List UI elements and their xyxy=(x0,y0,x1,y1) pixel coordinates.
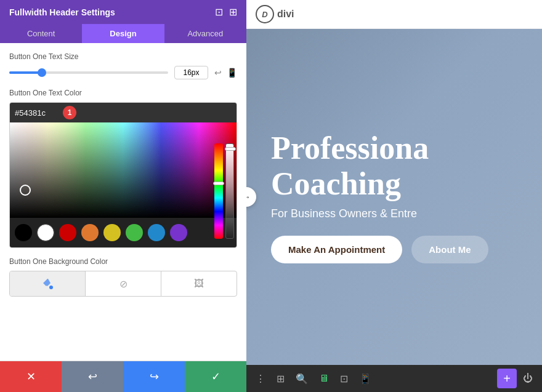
preview-bottom-icons: ⋮ ⊞ 🔍 🖥 ⊡ 📱 xyxy=(256,373,371,385)
preview-panel: D divi ↔ Professiona Coaching For Busine… xyxy=(246,0,542,392)
gradient-icon: ⊘ xyxy=(119,278,127,290)
bg-option-solid[interactable] xyxy=(10,271,86,296)
swatch-blue[interactable] xyxy=(148,224,165,241)
power-button[interactable]: ⏻ xyxy=(523,373,533,384)
tab-design[interactable]: Design xyxy=(82,24,164,43)
preview-header: D divi xyxy=(246,0,542,29)
text-size-label: Button One Text Size xyxy=(9,52,237,61)
search-icon[interactable]: 🔍 xyxy=(296,373,308,385)
tabs-bar: Content Design Advanced xyxy=(0,24,246,43)
color-picker: 1 xyxy=(9,102,237,248)
bg-color-section: Button One Background Color ⊘ 🖼 xyxy=(9,257,237,297)
panel-content: Button One Text Size ↩ 📱 Button One Text… xyxy=(0,43,246,361)
preview-title: Professiona Coaching xyxy=(271,130,517,201)
minimize-icon[interactable]: ⊡ xyxy=(215,6,223,18)
reset-icon[interactable]: ↩ xyxy=(214,68,222,78)
add-button[interactable]: + xyxy=(497,369,517,388)
preview-content: ↔ Professiona Coaching For Business Owne… xyxy=(246,29,542,365)
bottom-toolbar: ✕ ↩ ↪ ✓ xyxy=(0,361,246,392)
save-button[interactable]: ✓ xyxy=(185,361,246,392)
hex-input[interactable] xyxy=(15,108,58,118)
expand-arrow[interactable]: ↔ xyxy=(246,187,256,207)
hex-row: 1 xyxy=(10,103,237,122)
menu-icon[interactable]: ⋮ xyxy=(256,373,265,385)
color-circle-thumb[interactable] xyxy=(20,185,31,196)
panel-header: Fullwidth Header Settings ⊡ ⊞ xyxy=(0,0,246,24)
bg-color-label: Button One Background Color xyxy=(9,257,237,266)
divi-logo-text: divi xyxy=(277,9,294,20)
close-icon[interactable]: ⊞ xyxy=(229,6,237,18)
text-color-label: Button One Text Color xyxy=(9,89,237,97)
bg-options: ⊘ 🖼 xyxy=(9,271,237,297)
slider-icons: ↩ 📱 xyxy=(214,68,237,78)
redo-button[interactable]: ↪ xyxy=(123,361,185,392)
swatch-purple[interactable] xyxy=(170,224,187,241)
swatch-orange[interactable] xyxy=(81,224,99,241)
device-icon[interactable]: 📱 xyxy=(227,68,237,78)
preview-title-line1: Professiona xyxy=(271,130,517,166)
color-canvas[interactable] xyxy=(10,122,237,218)
swatch-black[interactable] xyxy=(15,224,32,241)
history-badge[interactable]: 1 xyxy=(63,106,76,119)
tablet-icon[interactable]: ⊡ xyxy=(340,373,348,385)
color-canvas-container xyxy=(10,122,237,218)
appointment-button[interactable]: Make An Appointment xyxy=(271,236,402,263)
grid-icon[interactable]: ⊞ xyxy=(277,373,285,385)
hue-thumb[interactable] xyxy=(213,182,224,185)
divi-logo-letter: D xyxy=(262,10,267,19)
divi-logo-circle: D xyxy=(256,5,274,23)
text-size-slider-fill xyxy=(9,71,41,74)
preview-buttons: Make An Appointment About Me xyxy=(271,236,517,263)
preview-bottom-bar: ⋮ ⊞ 🔍 🖥 ⊡ 📱 + ⏻ xyxy=(246,365,542,392)
settings-panel: Fullwidth Header Settings ⊡ ⊞ Content De… xyxy=(0,0,246,392)
text-size-slider-thumb[interactable] xyxy=(38,68,46,77)
panel-title: Fullwidth Header Settings xyxy=(9,7,115,17)
undo-button[interactable]: ↩ xyxy=(62,361,123,392)
text-size-slider-row: ↩ 📱 xyxy=(9,66,237,79)
paint-bucket-icon xyxy=(41,278,54,290)
image-icon: 🖼 xyxy=(194,278,204,289)
text-size-slider-track[interactable] xyxy=(9,71,168,74)
text-size-value[interactable] xyxy=(174,66,208,79)
tab-advanced[interactable]: Advanced xyxy=(164,24,246,43)
cancel-button[interactable]: ✕ xyxy=(0,361,62,392)
swatch-green[interactable] xyxy=(126,224,143,241)
mobile-icon[interactable]: 📱 xyxy=(359,373,371,385)
alpha-slider[interactable] xyxy=(225,143,234,239)
divi-logo: D divi xyxy=(256,5,294,23)
svg-point-0 xyxy=(49,286,53,289)
swatch-white[interactable] xyxy=(37,224,54,241)
color-picker-box: 1 xyxy=(9,102,237,248)
preview-bottom-right: + ⏻ xyxy=(497,369,533,388)
bg-option-gradient[interactable]: ⊘ xyxy=(86,271,161,296)
hue-slider[interactable] xyxy=(214,143,223,239)
tab-content[interactable]: Content xyxy=(0,24,82,43)
preview-subtitle: For Business Owners & Entre xyxy=(271,207,517,220)
swatch-red[interactable] xyxy=(59,224,76,241)
panel-header-icons: ⊡ ⊞ xyxy=(215,6,237,18)
color-swatches xyxy=(10,218,237,247)
alpha-thumb[interactable] xyxy=(225,147,236,151)
swatch-yellow[interactable] xyxy=(103,224,121,241)
bg-option-image[interactable]: 🖼 xyxy=(161,271,237,296)
preview-title-line2: Coaching xyxy=(271,166,517,201)
desktop-icon[interactable]: 🖥 xyxy=(319,373,329,385)
about-button[interactable]: About Me xyxy=(411,236,488,263)
